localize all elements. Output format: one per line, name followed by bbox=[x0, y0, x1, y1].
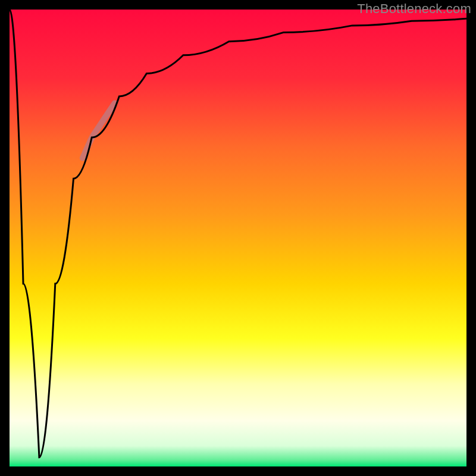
curve-layer bbox=[10, 10, 466, 466]
plot-area bbox=[10, 10, 466, 466]
highlighted-curve-segment bbox=[83, 103, 115, 158]
bottleneck-curve bbox=[10, 10, 466, 458]
chart-frame: TheBottleneck.com bbox=[0, 0, 476, 476]
watermark-label: TheBottleneck.com bbox=[357, 1, 471, 17]
